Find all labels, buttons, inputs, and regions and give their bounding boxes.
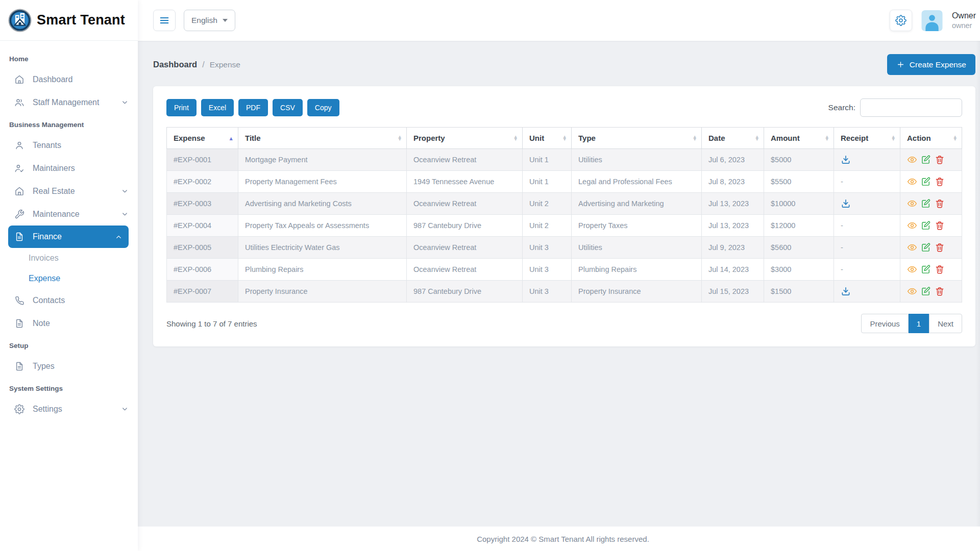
sidebar-item-maintainers[interactable]: Maintainers (0, 157, 138, 180)
column-header-type[interactable]: Type▲▼ (572, 128, 702, 149)
action-buttons (907, 264, 955, 274)
page-1-button[interactable]: 1 (909, 314, 929, 333)
edit-button[interactable] (921, 286, 931, 296)
cell-expense: #EXP-0001 (167, 149, 238, 171)
sort-arrows-icon: ▲▼ (755, 135, 760, 141)
delete-button[interactable] (935, 198, 945, 209)
cell-title: Property Management Fees (238, 171, 407, 193)
user-menu[interactable]: Owner owner (952, 11, 976, 30)
download-receipt-button[interactable] (841, 198, 851, 209)
user-name: Owner (952, 11, 976, 21)
eye-icon (907, 155, 917, 165)
view-button[interactable] (907, 264, 917, 274)
cell-type: Plumbing Repairs (572, 259, 702, 281)
download-receipt-button[interactable] (841, 286, 851, 296)
language-dropdown[interactable]: English (184, 10, 235, 31)
brand-logo-row[interactable]: Smart Tenant (0, 0, 138, 41)
sidebar-item-label: Staff Management (33, 98, 99, 107)
sidebar-subitem-invoices[interactable]: Invoices (0, 248, 138, 268)
sidebar-item-finance[interactable]: Finance (8, 226, 129, 248)
sidebar-nav: HomeDashboardStaff ManagementBusiness Ma… (0, 41, 138, 420)
delete-button[interactable] (935, 220, 945, 231)
user-icon (14, 140, 24, 151)
download-receipt-button[interactable] (841, 155, 851, 165)
view-button[interactable] (907, 177, 917, 187)
delete-button[interactable] (935, 177, 945, 187)
settings-gear-button[interactable] (890, 10, 912, 31)
sort-arrows-icon: ▲▼ (825, 135, 829, 141)
cell-action (900, 193, 962, 215)
breadcrumb-dashboard[interactable]: Dashboard (153, 60, 197, 69)
view-button[interactable] (907, 155, 917, 165)
column-header-receipt[interactable]: Receipt▲▼ (834, 128, 900, 149)
sidebar-toggle-button[interactable] (153, 10, 176, 31)
cell-amount: $3000 (764, 259, 834, 281)
previous-page-button[interactable]: Previous (861, 314, 908, 333)
sidebar-item-types[interactable]: Types (0, 355, 138, 378)
column-header-amount[interactable]: Amount▲▼ (764, 128, 834, 149)
view-button[interactable] (907, 242, 917, 253)
user-role: owner (952, 21, 976, 30)
person-icon (921, 10, 943, 31)
cell-property: 987 Cantebury Drive (407, 281, 523, 303)
export-copy-button[interactable]: Copy (307, 99, 339, 116)
export-pdf-button[interactable]: PDF (238, 99, 268, 116)
export-button-group: PrintExcelPDFCSVCopy (166, 99, 339, 116)
column-header-unit[interactable]: Unit▲▼ (523, 128, 572, 149)
delete-button[interactable] (935, 242, 945, 253)
search-input[interactable] (860, 98, 962, 117)
sidebar-item-dashboard[interactable]: Dashboard (0, 68, 138, 91)
pencil-square-icon (921, 242, 931, 253)
sidebar-item-maintenance[interactable]: Maintenance (0, 203, 138, 226)
sidebar-item-tenants[interactable]: Tenants (0, 134, 138, 157)
delete-button[interactable] (935, 155, 945, 165)
export-print-button[interactable]: Print (166, 99, 197, 116)
edit-button[interactable] (921, 242, 931, 253)
sidebar-item-note[interactable]: Note (0, 312, 138, 335)
cell-type: Property Insurance (572, 281, 702, 303)
cell-title: Advertising and Marketing Costs (238, 193, 407, 215)
sort-arrows-icon: ▲▼ (953, 135, 958, 141)
cell-amount: $1500 (764, 281, 834, 303)
cell-receipt: - (834, 237, 900, 259)
delete-button[interactable] (935, 264, 945, 274)
column-header-title[interactable]: Title▲▼ (238, 128, 407, 149)
cell-title: Property Insurance (238, 281, 407, 303)
eye-icon (907, 242, 917, 253)
avatar[interactable] (921, 10, 943, 31)
edit-button[interactable] (921, 220, 931, 231)
sidebar-item-settings[interactable]: Settings (0, 397, 138, 420)
sidebar-item-staff-management[interactable]: Staff Management (0, 91, 138, 114)
table-row: #EXP-0003Advertising and Marketing Costs… (167, 193, 962, 215)
plus-icon (896, 60, 905, 69)
column-header-date[interactable]: Date▲▼ (702, 128, 764, 149)
next-page-button[interactable]: Next (929, 314, 962, 333)
create-expense-button[interactable]: Create Expense (887, 54, 975, 75)
pencil-square-icon (921, 220, 931, 231)
user-check-icon (14, 163, 24, 173)
delete-button[interactable] (935, 286, 945, 296)
sidebar-subitem-expense[interactable]: Expense (0, 268, 138, 289)
view-button[interactable] (907, 220, 917, 231)
sort-arrows-icon: ▲▼ (891, 135, 896, 141)
cell-date: Jul 8, 2023 (702, 171, 764, 193)
cell-amount: $5000 (764, 149, 834, 171)
view-button[interactable] (907, 198, 917, 209)
search-label: Search: (828, 103, 855, 112)
edit-button[interactable] (921, 155, 931, 165)
cell-date: Jul 14, 2023 (702, 259, 764, 281)
export-csv-button[interactable]: CSV (273, 99, 303, 116)
export-excel-button[interactable]: Excel (201, 99, 234, 116)
edit-button[interactable] (921, 198, 931, 209)
column-header-property[interactable]: Property▲▼ (407, 128, 523, 149)
download-icon (841, 155, 851, 165)
cell-expense: #EXP-0006 (167, 259, 238, 281)
column-header-expense[interactable]: Expense▲ (167, 128, 238, 149)
column-header-action[interactable]: Action▲▼ (900, 128, 962, 149)
edit-button[interactable] (921, 177, 931, 187)
edit-button[interactable] (921, 264, 931, 274)
view-button[interactable] (907, 286, 917, 296)
trash-icon (935, 242, 945, 253)
sidebar-item-real-estate[interactable]: Real Estate (0, 180, 138, 203)
sidebar-item-contacts[interactable]: Contacts (0, 289, 138, 312)
